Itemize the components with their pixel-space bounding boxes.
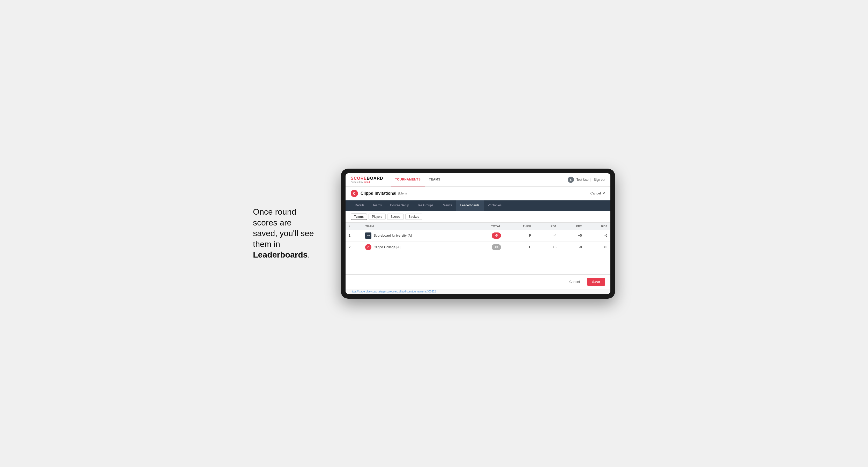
tablet-device: SCOREBOARD Powered by clippd TOURNAMENTS… [341,168,615,299]
cell-team: C Clippd College [A] [362,241,471,253]
tournament-gender: (Men) [398,191,407,195]
header-cancel-button[interactable]: Cancel ✕ [590,191,605,195]
tab-printables[interactable]: Printables [484,200,506,211]
tab-tee-groups[interactable]: Tee Groups [413,200,437,211]
cancel-button[interactable]: Cancel [565,278,584,286]
cell-rd2: -8 [560,241,585,253]
cell-rank: 2 [345,241,362,253]
desc-line1: Once round [253,207,296,216]
nav-right-area: S Test User | Sign out [568,177,605,183]
team-name-text: Clippd College [A] [373,245,400,249]
modal-footer: Cancel Save [345,274,610,289]
team-logo-box: SU [365,232,371,239]
col-total: TOTAL [471,223,504,230]
table-row: 2 C Clippd College [A] +3 F +8 -8 +3 [345,241,610,253]
team-name-text: Scoreboard University [A] [373,234,411,238]
leaderboard-content: # TEAM TOTAL THRU RD1 RD2 RD3 1 SU [345,223,610,274]
cell-thru: F [504,230,534,242]
close-icon: ✕ [602,191,605,195]
filter-players[interactable]: Players [369,214,385,220]
url-bar: https://stage-blue-coach.stagescoreboard… [345,289,610,294]
tab-results[interactable]: Results [437,200,456,211]
filter-strokes[interactable]: Strokes [405,214,423,220]
cancel-label: Cancel [590,191,601,195]
tab-teams[interactable]: Teams [369,200,386,211]
tab-course-setup[interactable]: Course Setup [386,200,413,211]
cell-rd3: +3 [585,241,610,253]
tab-details[interactable]: Details [351,200,369,211]
col-thru: THRU [504,223,534,230]
sign-out-link[interactable]: Sign out [594,178,605,182]
team-logo-circle: C [365,244,371,250]
filter-scores[interactable]: Scores [387,214,403,220]
app-logo: SCOREBOARD [351,176,383,181]
cell-rd1: -4 [534,230,560,242]
page-tabs: Details Teams Course Setup Tee Groups Re… [345,200,610,211]
tournament-icon: C [351,190,358,197]
filter-teams[interactable]: Teams [351,214,367,220]
cell-thru: F [504,241,534,253]
cell-team: SU Scoreboard University [A] [362,230,471,242]
nav-tab-tournaments[interactable]: TOURNAMENTS [391,173,425,186]
user-name: Test User | [577,178,591,182]
cell-rank: 1 [345,230,362,242]
col-rank: # [345,223,362,230]
desc-line5-end: . [308,250,310,259]
cell-rd3: -6 [585,230,610,242]
cell-total: +3 [471,241,504,253]
score-badge: +3 [492,244,501,250]
score-badge: -5 [492,232,501,239]
tablet-screen: SCOREBOARD Powered by clippd TOURNAMENTS… [345,173,610,294]
desc-line4: them in [253,240,280,249]
desc-line3: saved, you'll see [253,228,314,238]
col-rd3: RD3 [585,223,610,230]
left-description: Once round scores are saved, you'll see … [253,207,326,260]
desc-line5-bold: Leaderboards [253,250,308,259]
tournament-header: C Clippd Invitational (Men) Cancel ✕ [345,187,610,200]
col-rd1: RD1 [534,223,560,230]
avatar: S [568,177,574,183]
table-header-row: # TEAM TOTAL THRU RD1 RD2 RD3 [345,223,610,230]
tab-leaderboards[interactable]: Leaderboards [456,200,484,211]
logo-subtitle: Powered by clippd [351,181,383,183]
top-navigation: SCOREBOARD Powered by clippd TOURNAMENTS… [345,173,610,187]
main-nav-tabs: TOURNAMENTS TEAMS [391,173,444,186]
cell-rd2: +5 [560,230,585,242]
desc-line2: scores are [253,218,291,227]
filter-bar: Teams Players Scores Strokes [345,211,610,223]
nav-tab-teams[interactable]: TEAMS [425,173,444,186]
save-button[interactable]: Save [587,278,605,286]
table-row: 1 SU Scoreboard University [A] -5 F -4 +… [345,230,610,242]
col-team: TEAM [362,223,471,230]
logo-area: SCOREBOARD Powered by clippd [351,176,383,183]
tournament-name: Clippd Invitational [361,191,397,196]
cell-rd1: +8 [534,241,560,253]
leaderboard-table: # TEAM TOTAL THRU RD1 RD2 RD3 1 SU [345,223,610,253]
cell-total: -5 [471,230,504,242]
col-rd2: RD2 [560,223,585,230]
page-container: Once round scores are saved, you'll see … [253,168,615,299]
